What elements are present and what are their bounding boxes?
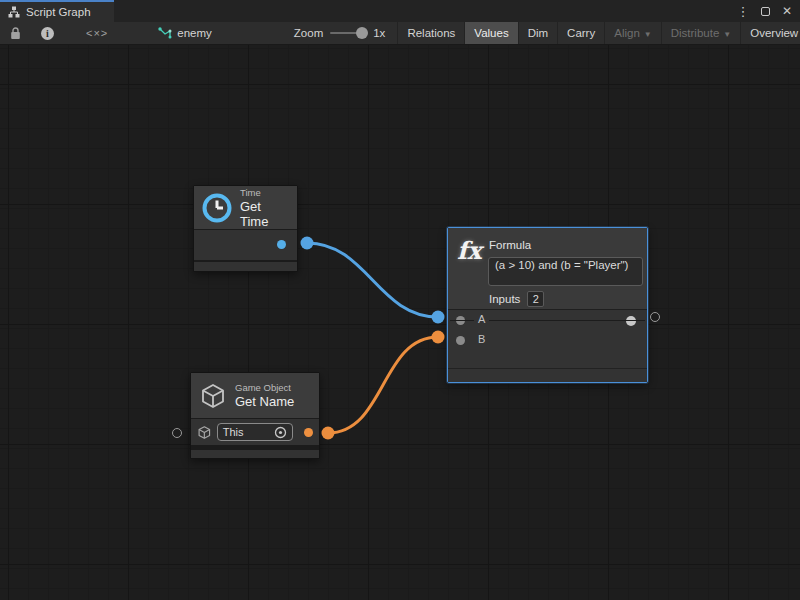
node-title: Get Time (240, 199, 289, 229)
carry-button[interactable]: Carry (557, 22, 604, 44)
overview-button[interactable]: Overview (740, 22, 800, 44)
maximize-icon (761, 7, 770, 16)
get-time-labels: Time Get Time (240, 187, 289, 229)
formula-ports: A B (448, 310, 647, 368)
node-get-time[interactable]: Time Get Time (193, 185, 298, 272)
distribute-label: Distribute (671, 27, 720, 39)
formula-expression-input[interactable]: (a > 10) and (b = "Player") (488, 257, 643, 286)
port-a-label: A (474, 313, 489, 325)
window-menu-button[interactable]: ⋮ (734, 2, 752, 20)
node-category: Time (240, 187, 289, 199)
object-picker-icon[interactable] (274, 426, 287, 439)
formula-output-port[interactable] (626, 316, 636, 326)
target-object-field[interactable]: This (217, 423, 294, 441)
zoom-control: Zoom 1x (282, 22, 398, 44)
node-category: Game Object (235, 382, 294, 394)
formula-header[interactable]: fx Formula (a > 10) and (b = "Player") I… (448, 228, 647, 309)
toolbar: i <×> enemy Zoom 1x Relations Values (0, 22, 800, 45)
get-time-port-row (194, 230, 297, 260)
graph-canvas[interactable]: Time Get Time fx Formula (a > 10) and (b… (0, 45, 800, 600)
get-name-input-ring[interactable] (172, 428, 182, 438)
lock-icon (10, 27, 21, 40)
align-dropdown[interactable]: Align ▼ (604, 22, 661, 44)
graph-name: enemy (177, 27, 212, 39)
dim-button[interactable]: Dim (518, 22, 557, 44)
wire-blue-start-dot (301, 237, 314, 250)
code-view-button[interactable]: <×> (64, 22, 130, 44)
formula-port-row-b: B (448, 330, 647, 350)
info-button[interactable]: i (31, 22, 64, 44)
node-title: Formula (489, 239, 531, 251)
formula-footer (448, 369, 647, 382)
get-time-output-port[interactable] (277, 240, 286, 249)
get-time-header[interactable]: Time Get Time (194, 186, 297, 229)
chevron-down-icon: ▼ (644, 30, 652, 39)
port-b-label: B (474, 333, 489, 345)
graph-network-icon (158, 27, 172, 39)
wire-orange-end-dot (432, 331, 445, 344)
graph-tree-icon (8, 6, 20, 18)
maximize-button[interactable] (756, 2, 774, 20)
wires-layer (0, 45, 800, 600)
values-button[interactable]: Values (464, 22, 517, 44)
lock-button[interactable] (0, 22, 31, 44)
script-graph-window: Script Graph ⋮ ✕ i <×> (0, 0, 800, 600)
node-formula[interactable]: fx Formula (a > 10) and (b = "Player") I… (447, 227, 648, 383)
wire-orange-start-dot (322, 427, 335, 440)
node-title: Get Name (235, 394, 294, 409)
wire-blue-end-dot (432, 311, 445, 324)
zoom-value: 1x (373, 27, 385, 39)
cube-icon-small (197, 425, 212, 440)
target-value: This (223, 426, 271, 438)
formula-output-ring[interactable] (650, 312, 660, 322)
wire-get-name-to-formula-b[interactable] (328, 337, 438, 433)
formula-inputs-row: Inputs 2 (489, 291, 544, 307)
get-name-footer (191, 450, 319, 458)
chevron-down-icon: ▼ (723, 30, 731, 39)
node-get-name[interactable]: Game Object Get Name This (190, 372, 320, 459)
wire-get-time-to-formula-a[interactable] (307, 243, 438, 317)
zoom-slider[interactable] (330, 32, 366, 34)
toolbar-buttons: Relations Values Dim Carry Align ▼ Distr… (397, 22, 800, 44)
close-button[interactable]: ✕ (778, 2, 796, 20)
info-icon: i (41, 27, 54, 40)
get-name-header[interactable]: Game Object Get Name (191, 373, 319, 418)
title-bar: Script Graph ⋮ ✕ (0, 0, 800, 22)
relations-button[interactable]: Relations (397, 22, 464, 44)
clock-icon (202, 193, 232, 223)
inputs-label: Inputs (489, 293, 520, 305)
get-name-labels: Game Object Get Name (235, 382, 294, 409)
graph-breadcrumb[interactable]: enemy (148, 22, 222, 44)
window-controls: ⋮ ✕ (734, 0, 796, 22)
code-icon: <×> (86, 27, 108, 39)
get-time-footer (194, 262, 297, 271)
distribute-dropdown[interactable]: Distribute ▼ (661, 22, 741, 44)
tab-script-graph[interactable]: Script Graph (0, 0, 114, 22)
zoom-label: Zoom (294, 27, 323, 39)
fx-icon: fx (457, 236, 482, 265)
zoom-slider-handle[interactable] (356, 27, 368, 39)
align-label: Align (614, 27, 640, 39)
cube-icon (199, 382, 227, 410)
formula-input-port-b[interactable] (456, 336, 465, 345)
get-name-output-port[interactable] (304, 428, 313, 437)
inputs-count-field[interactable]: 2 (527, 291, 544, 307)
get-name-target-row: This (191, 419, 319, 445)
tab-title: Script Graph (26, 6, 91, 18)
